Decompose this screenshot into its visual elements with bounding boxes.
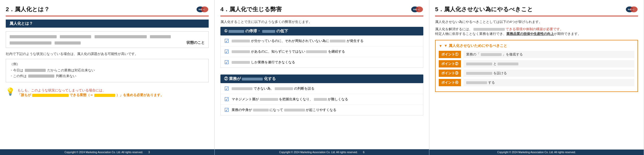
check-item-1-3: ☑ しか業務を遂行できなくなる bbox=[221, 57, 423, 67]
bullet-1: ・今日は bbox=[10, 68, 23, 73]
blurred-p3 bbox=[466, 72, 492, 75]
sec1-end: の低下 bbox=[276, 29, 288, 33]
check-icon-2-3: ☑ bbox=[224, 107, 229, 113]
sec1-sep: の停滞・ bbox=[245, 29, 261, 33]
example-item-1: ・今日は だからこの業務は対応出来ない bbox=[10, 68, 205, 73]
check-icon-1-3: ☑ bbox=[224, 59, 229, 65]
b3 bbox=[232, 50, 250, 53]
blurred-p2a bbox=[466, 63, 492, 65]
slide-4-intro: 属人化することで主に以下のような多くの弊害が生じます。 bbox=[220, 20, 423, 24]
blurred-p1 bbox=[481, 53, 502, 56]
svg-text:It !: It ! bbox=[203, 9, 205, 10]
tip-line2: 「誰もが できる業態（＝ ）」を進める必要があります。 bbox=[17, 93, 164, 97]
point-row-2: ポイント② と bbox=[439, 60, 634, 67]
svg-text:RAI: RAI bbox=[413, 8, 417, 11]
blurred-content-5 bbox=[10, 41, 51, 45]
blurred-ex-2 bbox=[28, 75, 54, 78]
example-label: （例） bbox=[10, 62, 205, 66]
point-content-3: を設ける bbox=[464, 70, 634, 77]
check-icon-1-1: ☑ bbox=[224, 38, 229, 44]
tip-content: もしも、このような状況になってしまっている場合には、 「誰もが できる業態（＝ … bbox=[17, 88, 164, 97]
definition-content-box: 状態のこと bbox=[6, 31, 209, 48]
svg-text:RAI: RAI bbox=[199, 8, 202, 11]
check-text-2-2: マネジメント層が を把握出来なくなり、 が難しくなる bbox=[232, 97, 348, 102]
check-text-2-1: できない為、 の判断を誤る bbox=[232, 86, 314, 91]
blurred-ex-1 bbox=[25, 69, 46, 72]
logo-area-2: RAI It ! bbox=[411, 5, 423, 14]
blurred-content-2 bbox=[60, 35, 91, 38]
slide-2: 2．属人化とは？ RAI It ! 属人化とは？ 状態のこと 社内で下記のような… bbox=[0, 0, 215, 155]
check-text-1-3: しか業務を遂行できなくなる bbox=[232, 60, 295, 65]
blurred-sec1-2 bbox=[262, 30, 275, 33]
slide-2-footer: Copyright © 2024 Marketing Association C… bbox=[0, 149, 214, 155]
check-icon-1-2: ☑ bbox=[224, 48, 229, 55]
logo-area-3: RAI It ! bbox=[625, 5, 638, 14]
point-content-2: と bbox=[464, 60, 634, 67]
footer-page-1: 3 bbox=[148, 151, 150, 154]
blurred-content-3 bbox=[95, 35, 147, 38]
b2 bbox=[330, 40, 346, 42]
check-item-2-1: ☑ できない為、 の判断を誤る bbox=[221, 83, 423, 94]
blurred-content-1 bbox=[10, 35, 57, 38]
section-2-num: ② 業務が bbox=[224, 76, 241, 81]
section-1-block: ① の停滞・ の低下 ☑ が分かっているのに、それが周知されていない為に が発生… bbox=[220, 27, 423, 71]
b7 bbox=[275, 87, 293, 90]
slide-5-title: 5．属人化させない為にやるべきこと bbox=[435, 5, 533, 13]
intro-bold: 業務品質の担保や生産性の向上 bbox=[506, 32, 554, 36]
point-row-3: ポイント③ を設ける bbox=[439, 70, 634, 77]
slide-2-title: 2．属人化とは？ bbox=[6, 5, 50, 13]
b1 bbox=[232, 40, 250, 42]
check-list-1: ☑ が分かっているのに、それが周知されていない為に が発生する ☑ があるのに、… bbox=[220, 35, 423, 68]
blurred-intro-1 bbox=[473, 28, 505, 31]
triangle-icon: ▼ bbox=[439, 44, 442, 48]
tip-close: ）」を進める必要があります。 bbox=[116, 93, 164, 97]
footer-text-1: Copyright © 2024 Marketing Association C… bbox=[65, 151, 143, 154]
section-2-header: ② 業務が 化する bbox=[220, 75, 423, 83]
b5 bbox=[232, 61, 250, 64]
footer-text-3: Copyright © 2024 Marketing Association C… bbox=[497, 151, 576, 154]
logo-icon-3: RAI It ! bbox=[625, 5, 638, 14]
section-2-block: ② 業務が 化する ☑ できない為、 の判断を誤る ☑ マネジメント層が を把握 bbox=[220, 75, 423, 119]
svg-text:It !: It ! bbox=[418, 9, 419, 10]
check-text-1-1: が分かっているのに、それが周知されていない為に が発生する bbox=[232, 39, 364, 43]
logo-icon-2: RAI It ! bbox=[411, 5, 423, 14]
point-content-1: 業務の「 」を徹底する bbox=[464, 51, 634, 58]
point-grid-label: ▼ 属人化させないためにやるべきこと bbox=[444, 44, 507, 48]
check-item-2-2: ☑ マネジメント層が を把握出来なくなり、 が難しくなる bbox=[221, 94, 423, 105]
b4 bbox=[306, 50, 327, 53]
tip-box: 💡 もしも、このような状況になってしまっている場合には、 「誰もが できる業態（… bbox=[6, 88, 209, 97]
b10 bbox=[253, 109, 269, 111]
footer-page-2: 6 bbox=[363, 151, 365, 154]
logo-icon-1: RAI It ! bbox=[196, 5, 209, 14]
b9 bbox=[314, 98, 327, 101]
slide-4: 4．属人化で生じる弊害 RAI It ! 属人化することで主に以下のような多くの… bbox=[215, 0, 429, 155]
logo-area-1: RAI It ! bbox=[196, 5, 209, 14]
slide-5: 5．属人化させない為にやるべきこと RAI It ! 属人化させない為にやるべき… bbox=[429, 0, 644, 155]
check-icon-2-2: ☑ bbox=[224, 96, 229, 102]
example-box: （例） ・今日は だからこの業務は対応出来ない ・この件は 判断出来ない bbox=[6, 59, 209, 82]
point-badge-2: ポイント② bbox=[439, 60, 461, 67]
slide-2-header: 2．属人化とは？ RAI It ! bbox=[6, 5, 209, 16]
tip-end: できる業態（＝ bbox=[69, 93, 93, 97]
slide-4-header: 4．属人化で生じる弊害 RAI It ! bbox=[220, 5, 423, 16]
example-item-2: ・この件は 判断出来ない bbox=[10, 74, 205, 78]
slide-4-footer: Copyright © 2024 Marketing Association C… bbox=[215, 149, 429, 155]
status-label: 状態のこと bbox=[186, 40, 205, 45]
blurred-content-6 bbox=[55, 41, 81, 45]
lightbulb-icon: 💡 bbox=[6, 88, 15, 95]
section-1-num: ① bbox=[224, 29, 227, 33]
blurred-tip-1 bbox=[32, 94, 69, 97]
slide-5-intro2: 属人化を解消するには、 できる環境や体制の構築が必要です。 特定人物に依存するこ… bbox=[435, 27, 638, 36]
slide-5-header: 5．属人化させない為にやるべきこと RAI It ! bbox=[435, 5, 638, 16]
point-row-4: ポイント④ する bbox=[439, 79, 634, 86]
point-badge-1: ポイント① bbox=[439, 51, 461, 58]
blurred-p4 bbox=[466, 81, 487, 84]
definition-label: 属人化とは？ bbox=[6, 20, 209, 28]
point-content-4: する bbox=[464, 79, 634, 86]
svg-text:RAI: RAI bbox=[628, 8, 632, 11]
slide-5-intro1: 属人化させない為にやるべきこととしては以下の4つが挙げられます。 bbox=[435, 20, 638, 24]
point-grid-title: ▼ ▼ 属人化させないためにやるべきこと bbox=[439, 44, 634, 48]
check-list-2: ☑ できない為、 の判断を誤る ☑ マネジメント層が を把握出来なくなり、 が難… bbox=[220, 83, 423, 115]
b6 bbox=[232, 87, 253, 90]
point-badge-4: ポイント④ bbox=[439, 79, 461, 86]
